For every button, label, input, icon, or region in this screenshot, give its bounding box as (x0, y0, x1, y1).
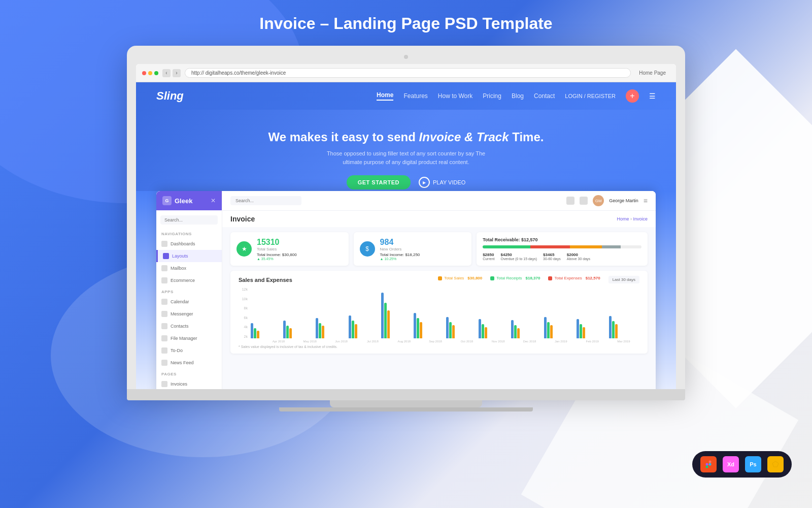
get-started-button[interactable]: GET STARTED (347, 175, 411, 189)
sidebar-item-messenger[interactable]: Messenger (156, 308, 222, 320)
bar-sales (446, 317, 449, 338)
photoshop-icon[interactable]: Ps (745, 456, 761, 472)
chart-x-labels: Apr 2018May 2018Jun 2018Jul 2018Aug 2018… (263, 340, 639, 343)
legend-total-receipts: Total Receipts $18,370 (490, 276, 540, 280)
svg-point-2 (706, 463, 708, 466)
hero-title-italic: Invoice & Track (419, 130, 509, 144)
sidebar-logo-icon: G (162, 196, 172, 205)
legend-total-expenses-label: Total Expenses (554, 276, 582, 280)
sidebar-item-invoices[interactable]: Invoices (156, 378, 222, 389)
sidebar-item-mailbox-label: Mailbox (171, 266, 186, 271)
message-icon (161, 311, 167, 317)
rec-30-days: $3465 30-60 days (543, 252, 561, 261)
total-sales-card: ★ 15310 Total Sales Total Income: $30,80… (230, 232, 349, 266)
adobe-xd-icon[interactable]: Xd (723, 456, 739, 472)
user-name-label: George Martin (609, 198, 638, 203)
sidebar-item-mailbox[interactable]: Mailbox (156, 262, 222, 274)
site-navbar: Sling Home Features How to Work Pricing … (136, 82, 676, 110)
new-orders-change: ▲ 10.25% (380, 257, 420, 261)
sidebar-item-file-manager[interactable]: File Manager (156, 332, 222, 344)
chart-bar-group (316, 318, 346, 338)
header-right: GM George Martin ≡ (566, 195, 648, 206)
layout-icon (163, 253, 169, 259)
nav-links: Home Features How to Work Pricing Blog C… (377, 89, 656, 103)
laptop-stand (330, 400, 482, 407)
bar-sales (479, 319, 481, 338)
inner-page-title: Invoice (230, 215, 255, 223)
browser-chrome: ‹ › http:// digitalheaps.co/theme/gleek-… (136, 64, 676, 82)
bar-expenses (583, 327, 585, 338)
sidebar-item-todo[interactable]: To-Do (156, 344, 222, 357)
laptop-camera (404, 55, 408, 59)
play-video-label: PLAY VIDEO (433, 179, 465, 185)
sidebar-item-layouts[interactable]: Layouts (156, 250, 222, 262)
rec-above-30: $2000 Above 30 days (567, 252, 590, 261)
legend-total-receipts-label: Total Receipts (496, 276, 522, 280)
sidebar-close-button[interactable]: ✕ (211, 197, 216, 204)
sidebar-item-ecommerce-label: Ecommerce (171, 278, 195, 283)
dashboard-container: G Gleek ✕ NAVIGATIONS Da (156, 191, 656, 389)
rec-current: $2850 Current (483, 252, 494, 261)
chart-bar-group (511, 320, 542, 338)
shopping-icon (161, 277, 167, 283)
y-label-2k: 2k (239, 335, 248, 338)
nav-link-how-to-work[interactable]: How to Work (438, 92, 472, 100)
file-icon (161, 335, 167, 341)
nav-link-pricing[interactable]: Pricing (483, 92, 501, 100)
nav-plus-button[interactable]: + (626, 89, 639, 103)
app-header: GM George Martin ≡ (222, 191, 656, 211)
sidebar-section-navigations: NAVIGATIONS (156, 229, 222, 238)
legend-dot-sales (438, 276, 442, 280)
chart-legend: Total Sales $30,800 Total Receipts $18,3… (438, 276, 600, 280)
bar-sales (349, 315, 351, 338)
sketch-icon[interactable] (767, 456, 784, 472)
browser-forward-button[interactable]: › (173, 69, 181, 77)
hero-subtitle: Those opposed to using filler text of an… (325, 149, 487, 166)
rec-current-value: $2850 (483, 252, 494, 257)
browser-dot-red[interactable] (142, 71, 146, 75)
sidebar-search-input[interactable] (160, 215, 218, 225)
play-video-button[interactable]: ▶ PLAY VIDEO (419, 175, 465, 189)
todo-icon (161, 347, 167, 354)
grid-icon (161, 241, 167, 247)
nav-link-home[interactable]: Home (377, 91, 393, 101)
nav-link-contact[interactable]: Contact (534, 92, 555, 100)
sidebar-item-calendar[interactable]: Calendar (156, 296, 222, 308)
legend-total-expenses-value: $12,570 (586, 276, 600, 280)
figma-icon[interactable] (700, 456, 717, 472)
bar-sales (609, 316, 612, 338)
bar-receipts (580, 324, 582, 338)
browser-dot-yellow[interactable] (148, 71, 152, 75)
new-orders-info: 984 New Orders Total Income: $18,250 ▲ 1… (380, 238, 420, 261)
x-label: Apr 2018 (263, 340, 294, 343)
header-menu-icon[interactable]: ≡ (644, 197, 648, 205)
settings-icon[interactable] (580, 197, 588, 205)
app-search-input[interactable] (230, 196, 301, 205)
chart-bar-group (251, 323, 281, 338)
chart-filter-dropdown[interactable]: Last 30 days (608, 276, 639, 283)
sidebar-item-news-feed[interactable]: News Feed (156, 357, 222, 369)
nav-menu-icon[interactable]: ☰ (649, 92, 656, 100)
browser-dot-green[interactable] (154, 71, 158, 75)
sidebar-item-contacts[interactable]: Contacts (156, 320, 222, 332)
sidebar-item-dashboards[interactable]: Dashboards (156, 238, 222, 250)
x-label: Jul 2018 (357, 340, 388, 343)
notification-icon[interactable] (566, 197, 574, 205)
sidebar-item-layouts-label: Layouts (172, 253, 188, 259)
new-orders-icon: $ (360, 241, 375, 257)
nav-link-features[interactable]: Features (403, 92, 427, 100)
x-label: Dec 2018 (514, 340, 546, 343)
sidebar-item-ecommerce[interactable]: Ecommerce (156, 274, 222, 287)
chart-bar-group (479, 319, 509, 338)
stats-section: ★ 15310 Total Sales Total Income: $30,80… (222, 227, 656, 271)
x-label: Mar 2019 (608, 340, 639, 343)
svg-point-4 (709, 463, 712, 466)
x-label: Aug 2018 (388, 340, 420, 343)
nav-link-blog[interactable]: Blog (512, 92, 524, 100)
breadcrumb-current: Invoice (633, 216, 648, 221)
rec-above-label: Above 30 days (567, 257, 590, 261)
breadcrumb-home[interactable]: Home (617, 216, 629, 221)
nav-login-button[interactable]: LOGIN / REGISTER (565, 93, 616, 99)
browser-address-bar[interactable]: http:// digitalheaps.co/theme/gleek-invo… (185, 68, 631, 78)
browser-back-button[interactable]: ‹ (162, 69, 171, 77)
